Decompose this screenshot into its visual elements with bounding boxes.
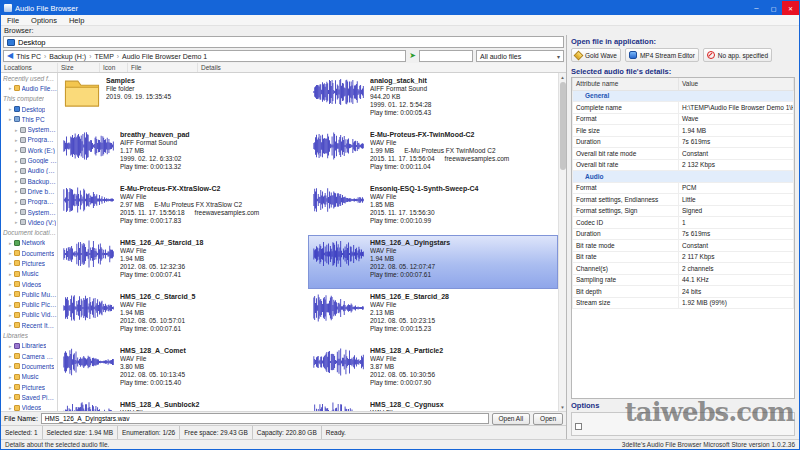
- open-all-button[interactable]: Open All: [492, 413, 531, 425]
- detail-row[interactable]: Format settings, Endianness Little: [573, 194, 794, 206]
- sidebar-item[interactable]: ▸ Drive backup (I:): [1, 186, 57, 196]
- scroll-up-button[interactable]: ▲: [559, 73, 566, 81]
- sidebar-item[interactable]: ▸ Music: [1, 269, 57, 279]
- breadcrumb-current-folder[interactable]: Audio File Browser Demo 1: [122, 53, 207, 60]
- file-item[interactable]: HMS_128_A_Particle2 WAV File 3.87 MB 201…: [308, 343, 558, 397]
- file-name-row: File Name: HMS_126_A_Dyingstars.wav Open…: [1, 411, 566, 425]
- sidebar-item[interactable]: ▸ Documents: [1, 361, 57, 371]
- sidebar-item[interactable]: ▸ Documents: [1, 248, 57, 258]
- menu-file[interactable]: File: [1, 16, 25, 25]
- go-icon[interactable]: ➤: [409, 52, 416, 60]
- goldwave-button[interactable]: Gold Wave: [571, 48, 621, 62]
- detail-row[interactable]: Stream size 1.92 MiB (99%): [573, 297, 794, 309]
- file-item[interactable]: HMS_126_E_Starcid_28 WAV File 2.13 MB 20…: [308, 289, 558, 343]
- minimize-button[interactable]: ─: [748, 1, 765, 15]
- details-header-attribute[interactable]: Attribute name: [573, 78, 679, 90]
- breadcrumb-temp[interactable]: TEMP: [94, 53, 113, 60]
- file-item[interactable]: HMS_126_A#_Starcid_18 WAV File 1.94 MB 2…: [58, 235, 308, 289]
- scroll-down-button[interactable]: ▼: [559, 403, 566, 411]
- options-checkbox[interactable]: [575, 423, 582, 430]
- file-name: E-Mu-Proteus-FX-XtraSlow-C2: [120, 185, 303, 193]
- close-button[interactable]: ✕: [782, 1, 799, 15]
- detail-row[interactable]: Format PCM: [573, 182, 794, 194]
- file-item[interactable]: HMS_126_A_Dyingstars WAV File 1.94 MB 20…: [308, 235, 558, 289]
- sidebar-item[interactable]: ▸ Audio (G:): [1, 166, 57, 176]
- detail-row[interactable]: Format Wave: [573, 113, 794, 125]
- column-header-icon[interactable]: Icon: [100, 63, 128, 72]
- sidebar-item[interactable]: ▸ Pictures: [1, 258, 57, 268]
- detail-row[interactable]: File size 1.94 MB: [573, 125, 794, 137]
- sidebar-item[interactable]: ▸ This PC: [1, 114, 57, 124]
- expand-arrow-icon: ▸: [9, 312, 12, 318]
- detail-row[interactable]: Overall bit rate 2 132 Kbps: [573, 159, 794, 171]
- file-item[interactable]: Samples File folder 2019. 09. 19. 15:35:…: [58, 73, 308, 127]
- detail-row[interactable]: Format settings, Sign Signed: [573, 205, 794, 217]
- sidebar-item[interactable]: ▸ Music: [1, 372, 57, 382]
- sidebar-item[interactable]: ▸ Video (V:): [1, 217, 57, 227]
- sidebar-item-icon: [14, 291, 20, 297]
- detail-row[interactable]: Channel(s) 2 channels: [573, 263, 794, 275]
- detail-row[interactable]: Bit rate mode Constant: [573, 240, 794, 252]
- vertical-scrollbar[interactable]: ▲ ▼: [558, 73, 566, 411]
- back-arrow-icon[interactable]: ◀: [7, 52, 13, 60]
- sidebar-item[interactable]: ▸ Programs 7 (J:): [1, 197, 57, 207]
- file-item[interactable]: breathy_heaven_pad AIFF Format Sound 1.1…: [58, 127, 308, 181]
- sidebar-item[interactable]: ▸ Libraries: [1, 341, 57, 351]
- sidebar-item[interactable]: ▸ Pictures: [1, 382, 57, 392]
- sidebar-item[interactable]: ▸ Google Drive (F:): [1, 155, 57, 165]
- sidebar-item-icon: [14, 116, 20, 122]
- file-item[interactable]: E-Mu-Proteus-FX-XtraSlow-C2 WAV File 2.9…: [58, 181, 308, 235]
- sidebar-item[interactable]: ▸ Work (E:): [1, 145, 57, 155]
- file-item[interactable]: E-Mu-Proteus-FX-TwinMood-C2 WAV File 1.9…: [308, 127, 558, 181]
- sidebar-item[interactable]: ▸ Public Pictures: [1, 300, 57, 310]
- menu-help[interactable]: Help: [63, 16, 90, 25]
- address-bar[interactable]: Desktop: [3, 36, 564, 48]
- file-item[interactable]: HMS_126_C_Starcid_5 WAV File 1.94 MB 201…: [58, 289, 308, 343]
- sidebar-item[interactable]: ▸ Videos: [1, 403, 57, 412]
- menu-options[interactable]: Options: [25, 16, 63, 25]
- sidebar-item[interactable]: ▸ Network: [1, 238, 57, 248]
- detail-row[interactable]: Sampling rate 44.1 KHz: [573, 274, 794, 286]
- sidebar-item[interactable]: ▸ Saved Pictures: [1, 392, 57, 402]
- sidebar-item[interactable]: ▸ Desktop: [1, 104, 57, 114]
- breadcrumb-this-pc[interactable]: This PC: [16, 53, 41, 60]
- file-name-input[interactable]: HMS_126_A_Dyingstars.wav: [41, 413, 489, 424]
- maximize-button[interactable]: ▢: [765, 1, 782, 15]
- file-size: 3.87 MB: [370, 363, 394, 370]
- file-item[interactable]: Ensoniq-ESQ-1-Synth-Sweep-C4 WAV File 1.…: [308, 181, 558, 235]
- mp4-stream-editor-button[interactable]: MP4 Stream Editor: [625, 48, 699, 62]
- file-item[interactable]: HMS_128_C_Cygnusx WAV File 983.10 KB: [308, 397, 558, 411]
- scrollbar-thumb[interactable]: [560, 82, 566, 170]
- file-type-filter[interactable]: All audio files ▾: [476, 50, 564, 62]
- column-header-file[interactable]: File: [128, 63, 198, 72]
- sidebar-item[interactable]: ▸ Backup (H:): [1, 176, 57, 186]
- file-item[interactable]: analog_stack_hit AIFF Format Sound 944.2…: [308, 73, 558, 127]
- detail-row[interactable]: Duration 7s 619ms: [573, 136, 794, 148]
- sidebar-item[interactable]: ▸ Recent Items: [1, 320, 57, 330]
- file-item[interactable]: HMS_128_A_Sunblock2 WAV File 951.04 KB: [58, 397, 308, 411]
- details-caption: Selected audio file's details:: [567, 65, 799, 77]
- no-app-button[interactable]: No app. specified: [703, 48, 772, 62]
- detail-row[interactable]: Bit depth 24 bits: [573, 286, 794, 298]
- sidebar-item[interactable]: ▸ System 7 (S:): [1, 207, 57, 217]
- open-button[interactable]: Open: [533, 413, 563, 425]
- details-header-value[interactable]: Value: [679, 78, 794, 90]
- sidebar-item[interactable]: ▸ Audio File Browser D...: [1, 83, 57, 93]
- detail-row[interactable]: Codec ID 1: [573, 217, 794, 229]
- column-header-size[interactable]: Size: [58, 63, 100, 72]
- sidebar-item[interactable]: ▸ Programs 10 (D:): [1, 135, 57, 145]
- sidebar-item[interactable]: ▸ Public Videos: [1, 310, 57, 320]
- sidebar-item[interactable]: ▸ Camera Roll: [1, 351, 57, 361]
- sidebar-item[interactable]: ▸ System 10 (C:): [1, 124, 57, 134]
- detail-row[interactable]: Duration 7s 619ms: [573, 228, 794, 240]
- breadcrumb-drive[interactable]: Backup (H:): [49, 53, 86, 60]
- sidebar-item[interactable]: ▸ Videos: [1, 279, 57, 289]
- file-item[interactable]: HMS_128_A_Comet WAV File 3.80 MB 2012. 0…: [58, 343, 308, 397]
- search-input[interactable]: [419, 50, 473, 62]
- column-header-locations[interactable]: Locations: [1, 63, 58, 72]
- sidebar-item[interactable]: ▸ Public Music: [1, 289, 57, 299]
- detail-row[interactable]: Overall bit rate mode Constant: [573, 148, 794, 160]
- detail-row[interactable]: Complete name H:\TEMP\Audio File Browser…: [573, 102, 794, 114]
- detail-row[interactable]: Bit rate 2 117 Kbps: [573, 251, 794, 263]
- column-header-details[interactable]: Details: [198, 63, 566, 72]
